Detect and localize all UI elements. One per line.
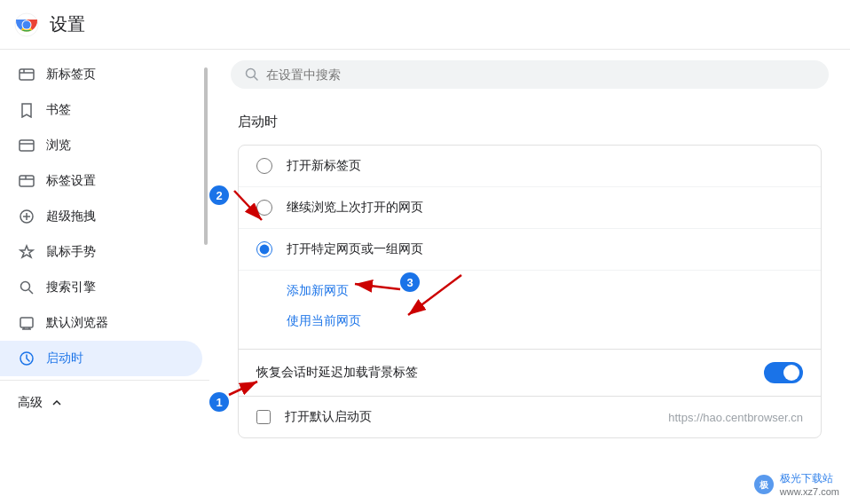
sidebar-item-bookmarks[interactable]: 书签 bbox=[0, 92, 202, 128]
search-wrapper bbox=[231, 60, 829, 89]
sidebar: 新标签页 书签 浏览 bbox=[0, 50, 209, 504]
page-title: 设置 bbox=[50, 12, 85, 36]
radio-option-continue[interactable]: 继续浏览上次打开的网页 bbox=[239, 187, 821, 229]
svg-text:极: 极 bbox=[759, 480, 769, 490]
search-engine-icon bbox=[18, 279, 35, 296]
radio-continue-label: 继续浏览上次打开的网页 bbox=[287, 200, 423, 216]
add-page-link[interactable]: 添加新网页 bbox=[287, 278, 803, 304]
sidebar-divider bbox=[0, 380, 209, 381]
radio-specific[interactable] bbox=[256, 241, 272, 257]
svg-rect-4 bbox=[20, 69, 34, 80]
sidebar-item-search-engine[interactable]: 搜索引擎 bbox=[0, 270, 202, 305]
sidebar-item-mouse-gesture[interactable]: 鼠标手势 bbox=[0, 234, 202, 270]
radio-option-specific[interactable]: 打开特定网页或一组网页 bbox=[239, 229, 821, 271]
section-title: 启动时 bbox=[238, 114, 822, 130]
sidebar-item-label: 浏览 bbox=[46, 138, 71, 154]
default-browser-icon bbox=[18, 314, 35, 332]
sidebar-item-startup[interactable]: 启动时 bbox=[0, 341, 202, 376]
sidebar-item-label: 超级拖拽 bbox=[46, 209, 96, 224]
toggle-row: 恢复会话时延迟加载背景标签 bbox=[239, 349, 821, 396]
content-area: 启动时 打开新标签页 继续浏览上次打开的网页 打开特定网页或一组网页 添加新网 bbox=[209, 50, 850, 504]
svg-rect-9 bbox=[20, 176, 34, 186]
sidebar-item-super-drag[interactable]: 超级拖拽 bbox=[0, 199, 202, 234]
sidebar-item-label: 默认浏览器 bbox=[46, 315, 108, 331]
search-bar bbox=[209, 50, 850, 99]
bookmarks-icon bbox=[18, 101, 35, 119]
svg-rect-7 bbox=[20, 140, 34, 151]
sidebar-item-label: 标签设置 bbox=[46, 173, 96, 189]
sidebar-item-label: 书签 bbox=[46, 102, 71, 118]
super-drag-icon bbox=[18, 208, 35, 225]
watermark-logo: 极 bbox=[753, 474, 775, 495]
sidebar-item-default-browser[interactable]: 默认浏览器 bbox=[0, 305, 202, 341]
svg-point-13 bbox=[21, 282, 30, 291]
radio-new-tab[interactable] bbox=[256, 158, 272, 174]
sidebar-item-label: 鼠标手势 bbox=[46, 244, 96, 260]
sidebar-item-new-tab[interactable]: 新标签页 bbox=[0, 57, 202, 92]
settings-content: 启动时 打开新标签页 继续浏览上次打开的网页 打开特定网页或一组网页 添加新网 bbox=[209, 99, 850, 467]
startup-icon bbox=[18, 350, 35, 367]
svg-line-14 bbox=[29, 290, 34, 295]
tab-settings-icon bbox=[18, 172, 35, 190]
new-tab-icon bbox=[18, 66, 35, 83]
search-input[interactable] bbox=[266, 67, 815, 82]
sidebar-item-label: 搜索引擎 bbox=[46, 280, 96, 295]
sidebar-item-label: 新标签页 bbox=[46, 67, 96, 83]
advanced-label: 高级 bbox=[18, 395, 43, 411]
checkbox-label: 打开默认启动页 bbox=[285, 409, 372, 425]
chevron-up-icon bbox=[50, 396, 64, 410]
toggle-switch[interactable] bbox=[764, 362, 803, 383]
watermark-url: www.xz7.com bbox=[780, 486, 839, 497]
checkbox-input[interactable] bbox=[256, 410, 271, 424]
watermark: 极 极光下载站 www.xz7.com bbox=[753, 471, 839, 497]
radio-specific-label: 打开特定网页或一组网页 bbox=[287, 241, 423, 257]
radio-new-tab-label: 打开新标签页 bbox=[287, 158, 361, 174]
watermark-site: 极光下载站 bbox=[780, 471, 839, 486]
radio-option-new-tab[interactable]: 打开新标签页 bbox=[239, 146, 821, 187]
main-container: 新标签页 书签 浏览 bbox=[0, 50, 850, 504]
toggle-label: 恢复会话时延迟加载背景标签 bbox=[256, 365, 418, 381]
toggle-slider bbox=[764, 362, 803, 383]
mouse-gesture-icon bbox=[18, 243, 35, 261]
sidebar-advanced[interactable]: 高级 bbox=[0, 384, 209, 421]
sidebar-item-browsing[interactable]: 浏览 bbox=[0, 128, 202, 163]
sidebar-item-label: 启动时 bbox=[46, 350, 83, 366]
checkbox-row: 打开默认启动页 https://hao.centbrowser.cn bbox=[239, 396, 821, 437]
browsing-icon bbox=[18, 137, 35, 154]
header: 设置 bbox=[0, 0, 850, 50]
url-hint: https://hao.centbrowser.cn bbox=[668, 411, 803, 424]
sub-links-container: 添加新网页 使用当前网页 bbox=[239, 271, 821, 349]
radio-continue[interactable] bbox=[256, 200, 272, 216]
chrome-logo-icon bbox=[14, 12, 39, 37]
svg-point-3 bbox=[23, 20, 31, 28]
sidebar-item-tab-settings[interactable]: 标签设置 bbox=[0, 163, 202, 199]
svg-line-21 bbox=[255, 77, 258, 81]
startup-options-card: 打开新标签页 继续浏览上次打开的网页 打开特定网页或一组网页 添加新网页 使用当… bbox=[238, 145, 822, 438]
use-current-link[interactable]: 使用当前网页 bbox=[287, 308, 803, 335]
svg-rect-15 bbox=[20, 318, 33, 327]
search-icon bbox=[245, 67, 259, 82]
